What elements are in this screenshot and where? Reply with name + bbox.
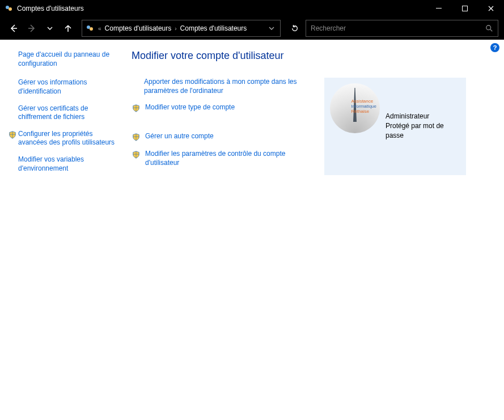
- svg-point-6: [486, 26, 491, 30]
- breadcrumb-segment[interactable]: Comptes d'utilisateurs: [105, 24, 172, 32]
- account-info: Administrateur Protégé par mot de passe: [386, 83, 460, 140]
- account-card: Assistance Informatique Réthaise Adminis…: [324, 78, 466, 175]
- task-change-account-settings[interactable]: Apporter des modifications à mon compte …: [132, 78, 307, 95]
- sidebar-home-link-label: Page d'accueil du panneau de configurati…: [18, 50, 109, 67]
- page-heading: Modifier votre compte d'utilisateur: [132, 50, 494, 62]
- task-uac-settings[interactable]: Modifier les paramètres de contrôle du c…: [132, 150, 307, 167]
- address-bar[interactable]: « Comptes d'utilisateurs › Comptes d'uti…: [82, 20, 281, 37]
- titlebar: Comptes d'utilisateurs: [0, 0, 504, 17]
- breadcrumb-prefix: «: [98, 26, 101, 32]
- navbar: « Comptes d'utilisateurs › Comptes d'uti…: [0, 17, 504, 40]
- search-input[interactable]: [311, 24, 485, 32]
- nav-recent-dropdown[interactable]: [42, 20, 58, 36]
- shield-icon: [132, 104, 141, 113]
- sidebar-item-env-vars[interactable]: Modifier vos variables d'environnement: [7, 153, 120, 179]
- avatar-logo: Assistance Informatique Réthaise: [351, 99, 376, 114]
- nav-forward-button[interactable]: [24, 20, 40, 36]
- chevron-right-icon: ›: [175, 26, 176, 32]
- sidebar-item-certificates[interactable]: Gérer vos certificats de chiffrement de …: [7, 102, 120, 128]
- nav-up-button[interactable]: [60, 20, 76, 36]
- nav-back-button[interactable]: [6, 20, 22, 36]
- svg-point-5: [90, 27, 93, 31]
- svg-point-1: [9, 7, 12, 11]
- svg-point-0: [6, 6, 9, 9]
- svg-point-4: [87, 26, 90, 29]
- account-protection: Protégé par mot de passe: [386, 121, 460, 141]
- window-app-icon: [5, 4, 14, 13]
- task-label: Modifier votre type de compte: [145, 103, 235, 112]
- shield-icon: [132, 150, 141, 159]
- account-role: Administrateur: [386, 112, 460, 121]
- task-label: Gérer un autre compte: [145, 132, 214, 141]
- sidebar-item-label: Gérer vos informations d'identification: [18, 78, 117, 96]
- task-label: Modifier les paramètres de contrôle du c…: [145, 150, 307, 167]
- address-history-dropdown[interactable]: [266, 26, 277, 31]
- sidebar-item-label: Configurer les propriétés avancées des p…: [18, 130, 117, 147]
- search-icon[interactable]: [485, 24, 493, 32]
- shield-icon: [132, 133, 141, 142]
- avatar: Assistance Informatique Réthaise: [330, 83, 380, 133]
- sidebar-item-label: Modifier vos variables d'environnement: [18, 155, 117, 173]
- sidebar-item-label: Gérer vos certificats de chiffrement de …: [18, 104, 117, 122]
- sidebar-home-link[interactable]: Page d'accueil du panneau de configurati…: [7, 50, 120, 76]
- search-box[interactable]: [306, 20, 498, 37]
- svg-rect-3: [463, 6, 468, 11]
- maximize-button[interactable]: [452, 0, 478, 17]
- task-list: Apporter des modifications à mon compte …: [132, 78, 307, 175]
- breadcrumb-segment[interactable]: Comptes d'utilisateurs: [180, 24, 247, 32]
- shield-icon: [8, 130, 17, 139]
- main-panel: Modifier votre compte d'utilisateur Appo…: [120, 50, 494, 410]
- refresh-button[interactable]: [286, 20, 303, 37]
- address-bar-icon: [86, 24, 95, 33]
- task-manage-other-account[interactable]: Gérer un autre compte: [132, 132, 307, 142]
- sidebar: Page d'accueil du panneau de configurati…: [7, 50, 120, 410]
- content-area: ? Page d'accueil du panneau de configura…: [0, 40, 504, 420]
- close-button[interactable]: [478, 0, 504, 17]
- help-button[interactable]: ?: [490, 43, 499, 52]
- task-label: Apporter des modifications à mon compte …: [144, 78, 307, 95]
- svg-rect-2: [436, 8, 442, 9]
- logo-line: Réthaise: [351, 109, 376, 114]
- window-title: Comptes d'utilisateurs: [17, 5, 426, 12]
- sidebar-item-advanced-profiles[interactable]: Configurer les propriétés avancées des p…: [7, 128, 120, 153]
- sidebar-item-credentials[interactable]: Gérer vos informations d'identification: [7, 76, 120, 101]
- task-change-account-type[interactable]: Modifier votre type de compte: [132, 103, 307, 113]
- minimize-button[interactable]: [426, 0, 452, 17]
- window-controls: [426, 0, 504, 17]
